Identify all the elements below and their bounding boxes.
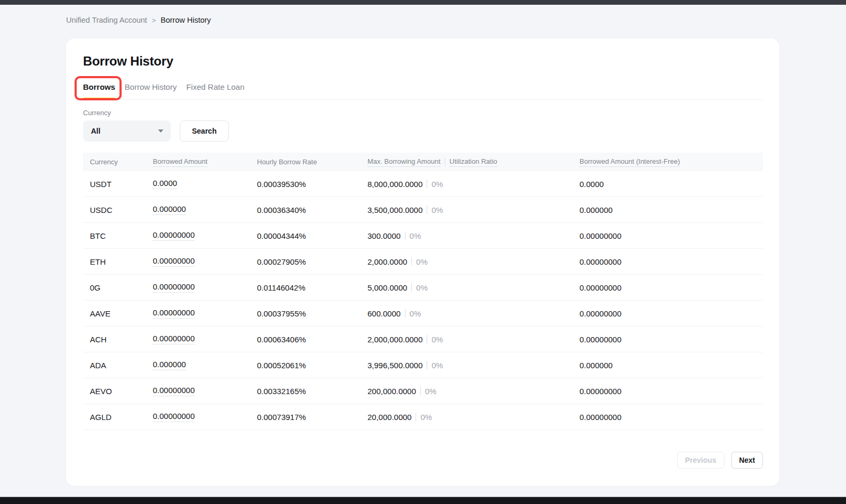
cell-hourly-borrow-rate: 0.01146042% — [257, 283, 367, 292]
cell-divider — [411, 257, 412, 266]
cell-currency: ETH — [83, 257, 153, 266]
cell-currency: USDT — [83, 180, 153, 189]
cell-currency: BTC — [83, 231, 153, 240]
cell-hourly-borrow-rate: 0.00332165% — [257, 387, 367, 396]
cell-interest-free: 0.00000000 — [580, 257, 763, 266]
header-interest-free: Borrowed Amount (Interest-Free) — [580, 157, 763, 167]
tab-borrows-label: Borrows — [83, 82, 115, 91]
cell-borrowed-amount: 0.00000000 — [153, 334, 257, 344]
currency-dropdown-value: All — [91, 127, 100, 135]
cell-borrowed-amount: 0.000000 — [153, 360, 257, 370]
tab-borrow-history[interactable]: Borrow History — [125, 79, 177, 99]
cell-borrowed-amount: 0.00000000 — [153, 412, 257, 422]
breadcrumb-current: Borrow History — [161, 16, 211, 24]
cell-hourly-borrow-rate: 0.00004344% — [257, 231, 367, 240]
cell-hourly-borrow-rate: 0.00063406% — [257, 335, 367, 344]
page-title: Borrow History — [83, 39, 763, 69]
cell-interest-free: 0.000000 — [580, 361, 763, 370]
cell-currency: USDC — [83, 206, 153, 214]
cell-currency: 0G — [83, 283, 153, 292]
cell-hourly-borrow-rate: 0.00037955% — [257, 309, 367, 318]
filter-row: All Search — [83, 120, 763, 142]
cell-max-borrowing: 2,000.0000 0% — [367, 257, 580, 266]
table-row: USDC 0.000000 0.00036340% 3,500,000.0000… — [83, 197, 763, 223]
table-row: AAVE 0.00000000 0.00037955% 600.0000 0% … — [83, 301, 763, 326]
cell-divider — [420, 387, 421, 395]
header-max-borrowing: Max. Borrowing Amount Utilization Ratio — [367, 157, 580, 167]
cell-hourly-borrow-rate: 0.00073917% — [257, 413, 367, 422]
cell-borrowed-amount: 0.00000000 — [153, 386, 257, 396]
cell-max-borrowing: 3,500,000.0000 0% — [367, 206, 580, 214]
header-divider — [445, 158, 445, 166]
cell-interest-free: 0.0000 — [580, 180, 763, 189]
cell-interest-free: 0.00000000 — [580, 387, 763, 396]
cell-interest-free: 0.000000 — [580, 206, 763, 214]
cell-interest-free: 0.00000000 — [580, 309, 763, 318]
table-row: ACH 0.00000000 0.00063406% 2,000,000.000… — [83, 326, 763, 352]
active-tab-underline — [83, 98, 115, 99]
table-body: USDT 0.0000 0.00039530% 8,000,000.0000 0… — [83, 171, 763, 430]
currency-dropdown[interactable]: All — [83, 120, 171, 142]
cell-divider — [427, 206, 427, 214]
table-header-row: Currency Borrowed Amount Hourly Borrow R… — [83, 153, 763, 171]
table-row: AEVO 0.00000000 0.00332165% 200,000.0000… — [83, 378, 763, 404]
cell-max-borrowing: 2,000,000.0000 0% — [367, 335, 580, 344]
tab-fixed-rate-loan-label: Fixed Rate Loan — [186, 82, 244, 91]
top-dark-bar — [0, 0, 846, 5]
cell-borrowed-amount: 0.00000000 — [153, 230, 257, 241]
cell-borrowed-amount: 0.00000000 — [153, 282, 257, 293]
previous-button[interactable]: Previous — [677, 452, 724, 469]
cell-max-borrowing: 20,000.0000 0% — [367, 413, 580, 422]
cell-hourly-borrow-rate: 0.00039530% — [257, 180, 367, 189]
breadcrumb: Unified Trading Account > Borrow History — [66, 16, 846, 24]
table-row: AGLD 0.00000000 0.00073917% 20,000.0000 … — [83, 404, 763, 430]
cell-max-borrowing: 8,000,000.0000 0% — [367, 180, 580, 189]
cell-divider — [427, 180, 427, 188]
table-row: ADA 0.000000 0.00052061% 3,996,500.0000 … — [83, 352, 763, 378]
search-button[interactable]: Search — [180, 120, 229, 142]
cell-divider — [405, 231, 406, 240]
pagination: Previous Next — [83, 452, 763, 469]
cell-divider — [427, 335, 427, 343]
cell-hourly-borrow-rate: 0.00036340% — [257, 206, 367, 214]
table-row: ETH 0.00000000 0.00027905% 2,000.0000 0%… — [83, 249, 763, 275]
borrow-history-card: Borrow History Borrows Borrow History Fi… — [66, 39, 779, 486]
header-hourly-borrow-rate: Hourly Borrow Rate — [257, 158, 367, 166]
cell-divider — [405, 309, 406, 318]
cell-currency: ADA — [83, 361, 153, 370]
next-button[interactable]: Next — [731, 452, 763, 469]
tabs-row: Borrows Borrow History Fixed Rate Loan — [83, 79, 763, 100]
table-row: USDT 0.0000 0.00039530% 8,000,000.0000 0… — [83, 171, 763, 197]
caret-down-icon — [158, 129, 163, 133]
cell-max-borrowing: 600.0000 0% — [367, 309, 580, 318]
breadcrumb-parent-link[interactable]: Unified Trading Account — [66, 16, 147, 24]
cell-borrowed-amount: 0.000000 — [153, 204, 257, 215]
tab-borrows[interactable]: Borrows — [83, 79, 115, 99]
cell-interest-free: 0.00000000 — [580, 335, 763, 344]
header-currency: Currency — [83, 158, 153, 166]
cell-currency: AEVO — [83, 387, 153, 396]
header-borrowed-amount: Borrowed Amount — [153, 157, 257, 167]
cell-max-borrowing: 3,996,500.0000 0% — [367, 361, 580, 370]
cell-divider — [416, 413, 416, 421]
tab-borrow-history-label: Borrow History — [125, 82, 177, 91]
cell-divider — [427, 361, 427, 369]
tab-fixed-rate-loan[interactable]: Fixed Rate Loan — [186, 79, 244, 99]
cell-interest-free: 0.00000000 — [580, 231, 763, 240]
borrows-table: Currency Borrowed Amount Hourly Borrow R… — [83, 153, 763, 430]
chevron-right-icon: > — [152, 16, 156, 24]
cell-divider — [411, 283, 412, 292]
cell-currency: AGLD — [83, 413, 153, 422]
cell-interest-free: 0.00000000 — [580, 413, 763, 422]
cell-borrowed-amount: 0.00000000 — [153, 308, 257, 319]
cell-max-borrowing: 5,000.0000 0% — [367, 283, 580, 292]
table-row: BTC 0.00000000 0.00004344% 300.0000 0% 0… — [83, 223, 763, 249]
bottom-dark-bar — [0, 497, 846, 504]
table-row: 0G 0.00000000 0.01146042% 5,000.0000 0% … — [83, 275, 763, 301]
cell-max-borrowing: 300.0000 0% — [367, 231, 580, 240]
currency-filter-label: Currency — [83, 109, 763, 117]
cell-max-borrowing: 200,000.0000 0% — [367, 387, 580, 396]
cell-borrowed-amount: 0.0000 — [153, 179, 257, 189]
cell-borrowed-amount: 0.00000000 — [153, 256, 257, 267]
cell-hourly-borrow-rate: 0.00027905% — [257, 257, 367, 266]
